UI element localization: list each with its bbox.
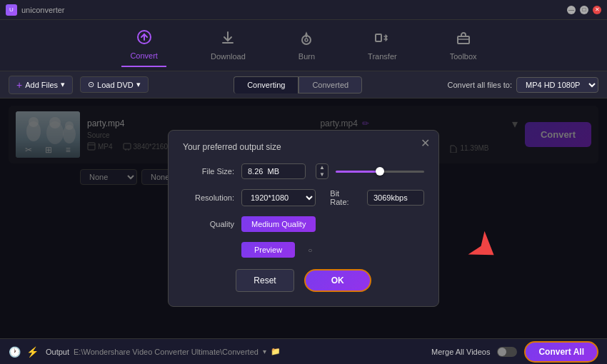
tab-group: Converting Converted <box>234 76 362 93</box>
load-dvd-button[interactable]: ⊙ Load DVD ▾ <box>80 76 149 93</box>
main-content: ✂ ⊞ ≡ party.mp4 Source MP4 3840*2160 <box>0 98 607 338</box>
output-size-modal: Your preferred output size ✕ File Size: … <box>168 130 439 307</box>
output-label: Output <box>46 348 69 356</box>
preview-button[interactable]: Preview <box>241 242 295 258</box>
load-dvd-label: Load DVD <box>97 81 134 89</box>
size-slider-track[interactable] <box>336 171 424 173</box>
maximize-button[interactable]: □ <box>580 6 588 14</box>
modal-title: Your preferred output size <box>183 142 424 152</box>
tab-converting[interactable]: Converting <box>234 76 299 93</box>
minimize-button[interactable]: — <box>567 6 576 14</box>
spin-down[interactable]: ▼ <box>316 171 328 178</box>
add-files-button[interactable]: + Add Files ▾ <box>9 76 73 94</box>
toggle-knob <box>498 348 506 356</box>
preview-note: ○ <box>308 246 312 254</box>
resolution-select[interactable]: 1920*1080 <box>241 189 316 206</box>
quality-row: Quality Medium Quality <box>183 216 424 232</box>
convert-all-button[interactable]: Convert All <box>524 341 598 363</box>
status-left: 🕐 ⚡ Output E:\Wondershare Video Converte… <box>9 346 281 358</box>
tab-converted[interactable]: Converted <box>299 76 362 93</box>
action-left: + Add Files ▾ ⊙ Load DVD ▾ <box>9 76 149 94</box>
plus-icon: + <box>16 79 22 91</box>
file-size-spinbox[interactable]: ▲ ▼ <box>316 163 328 179</box>
size-slider-thumb[interactable] <box>376 167 384 176</box>
dvd-icon: ⊙ <box>88 80 94 89</box>
bit-rate-input[interactable] <box>367 190 424 206</box>
svg-rect-6 <box>458 36 469 44</box>
status-bar: 🕐 ⚡ Output E:\Wondershare Video Converte… <box>0 338 607 364</box>
clock-icon[interactable]: 🕐 <box>9 346 21 358</box>
nav-download-label: Download <box>211 52 246 61</box>
nav-convert-label: Convert <box>130 51 158 60</box>
output-path: Output E:\Wondershare Video Converter Ul… <box>46 347 281 356</box>
svg-point-4 <box>305 39 308 41</box>
nav-transfer-label: Transfer <box>368 52 397 61</box>
nav-bar: Convert Download Burn Tran <box>0 20 607 71</box>
nav-transfer[interactable]: Transfer <box>359 24 406 66</box>
modal-actions: Reset OK <box>183 269 424 292</box>
quality-label: Quality <box>183 220 234 228</box>
nav-download[interactable]: Download <box>202 24 254 66</box>
app-logo: U <box>6 4 17 16</box>
file-size-label: File Size: <box>183 167 234 176</box>
load-dvd-chevron: ▾ <box>136 80 141 89</box>
bit-rate-label: Bit Rate: <box>330 189 356 206</box>
action-bar: + Add Files ▾ ⊙ Load DVD ▾ Converting Co… <box>0 71 607 98</box>
merge-label: Merge All Videos <box>431 348 490 356</box>
svg-rect-5 <box>376 34 381 41</box>
resolution-label: Resolution: <box>183 193 234 202</box>
add-files-chevron: ▾ <box>61 80 65 89</box>
burn-icon <box>299 30 314 49</box>
reset-button[interactable]: Reset <box>236 269 294 292</box>
title-bar-controls[interactable]: — □ ✕ <box>567 6 601 14</box>
nav-convert[interactable]: Convert <box>121 24 166 67</box>
status-icons: 🕐 ⚡ <box>9 346 39 358</box>
nav-burn[interactable]: Burn <box>290 24 323 66</box>
download-icon <box>220 30 236 49</box>
bolt-icon[interactable]: ⚡ <box>26 346 39 358</box>
output-path-text: E:\Wondershare Video Converter Ultimate\… <box>74 348 259 356</box>
title-bar: U uniconverter — □ ✕ <box>0 0 607 20</box>
status-right: Merge All Videos Convert All <box>431 341 598 363</box>
app-name: uniconverter <box>21 6 65 14</box>
transfer-icon <box>374 30 390 49</box>
resolution-row: Resolution: 1920*1080 Bit Rate: <box>183 189 424 206</box>
size-slider-container <box>336 171 424 173</box>
format-select[interactable]: MP4 HD 1080P <box>516 77 598 93</box>
path-dropdown[interactable]: ▾ <box>263 348 266 355</box>
preview-row: Preview ○ <box>183 242 424 258</box>
add-files-label: Add Files <box>25 81 58 89</box>
nav-toolbox-label: Toolbox <box>450 52 477 61</box>
spin-up[interactable]: ▲ <box>316 164 328 171</box>
close-button[interactable]: ✕ <box>593 6 601 14</box>
file-size-row: File Size: ▲ ▼ <box>183 163 424 179</box>
nav-burn-label: Burn <box>299 52 315 61</box>
convert-icon <box>136 29 152 49</box>
file-size-input[interactable] <box>241 163 306 179</box>
convert-all-label: Convert all files to: <box>448 81 512 89</box>
merge-toggle[interactable] <box>497 347 517 357</box>
title-bar-left: U uniconverter <box>6 4 65 16</box>
modal-overlay: Your preferred output size ✕ File Size: … <box>0 98 607 338</box>
convert-all-files: Convert all files to: MP4 HD 1080P <box>448 77 598 93</box>
toolbox-icon <box>456 30 471 49</box>
modal-close-button[interactable]: ✕ <box>421 138 430 149</box>
ok-button[interactable]: OK <box>304 269 371 292</box>
folder-icon[interactable]: 📁 <box>271 347 281 356</box>
nav-toolbox[interactable]: Toolbox <box>441 24 486 66</box>
quality-button[interactable]: Medium Quality <box>241 216 316 232</box>
